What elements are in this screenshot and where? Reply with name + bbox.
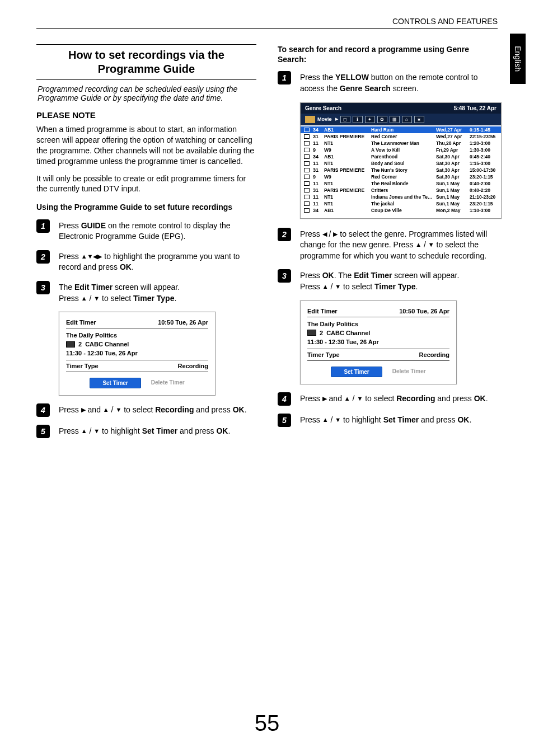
genre-result-row[interactable]: 11NT1The Real BlondeSun,1 May0:40-2:00: [301, 180, 501, 187]
channel-number: 34: [313, 127, 321, 133]
channel-name: NT1: [324, 194, 368, 200]
step-4: 4 Press ▶ and ▲ / ▼ to select Recording …: [36, 403, 256, 417]
step-text: .: [415, 282, 418, 291]
step-3: 3 Press OK. The Edit Timer screen will a…: [278, 269, 498, 292]
genre-category-row[interactable]: Movie ▶ ◻ ℹ ✦ ✿ ▦ ⌂ ★: [301, 114, 501, 125]
step-2: 2 Press ▲▼◀▶ to highlight the programme …: [36, 250, 256, 273]
step-text: Press: [300, 229, 322, 238]
programme-title: Critters: [371, 187, 433, 193]
step-text: and: [86, 405, 103, 414]
channel-name: NT1: [324, 181, 368, 186]
genre-icon: ✦: [365, 116, 375, 123]
panel-datetime: 10:50 Tue, 26 Apr: [399, 308, 449, 314]
genre-result-row[interactable]: 11NT1The Lawnmower ManThu,28 Apr1:20-3:0…: [301, 140, 501, 147]
up-arrow-icon: ▲: [103, 406, 109, 413]
programme-time: 1:20-3:00: [470, 140, 498, 146]
ok-label: OK: [322, 271, 334, 280]
step-text: Press: [59, 252, 81, 261]
step-text: to select: [341, 282, 374, 291]
programme-title: Coup De Ville: [371, 208, 433, 213]
genre-result-row[interactable]: 11NT1Indiana Jones and the Temple of Doo…: [301, 194, 501, 200]
up-arrow-icon: ▲: [415, 241, 421, 248]
down-arrow-icon: ▼: [93, 428, 100, 434]
set-timer-button[interactable]: Set Timer: [90, 378, 140, 388]
step-1: 1 Press GUIDE on the remote control to d…: [36, 219, 256, 242]
genre-result-row[interactable]: 34AB1ParenthoodSat,30 Apr0:45-2:40: [301, 153, 501, 160]
programme-title: A Vow to Kill: [371, 147, 433, 153]
down-arrow-icon: ▼: [87, 253, 93, 260]
step-3: 3 The Edit Timer screen will appear. Pre…: [36, 281, 256, 304]
programme-time: 21:10-23:20: [470, 194, 498, 200]
up-arrow-icon: ▲: [344, 395, 350, 402]
genre-result-row[interactable]: 11NT1Body and SoulSat,30 Apr1:15-3:00: [301, 160, 501, 167]
row-indicator-icon: [304, 188, 310, 192]
channel-logo-icon: [307, 330, 316, 336]
channel-name: AB1: [324, 208, 368, 213]
row-indicator-icon: [304, 154, 310, 159]
set-timer-button[interactable]: Set Timer: [331, 367, 382, 377]
genre-result-list[interactable]: 34AB1Hard RainWed,27 Apr0:15-1:4531PARIS…: [301, 125, 501, 218]
channel-number: 11: [313, 201, 321, 206]
row-indicator-icon: [304, 201, 310, 206]
row-indicator-icon: [304, 134, 310, 139]
step-text: . The: [334, 271, 354, 280]
programme-date: Sun,1 May: [436, 181, 466, 186]
programme-title: The jackal: [371, 201, 433, 206]
panel-datetime: 10:50 Tue, 26 Apr: [158, 319, 208, 326]
programme-date: Mon,2 May: [436, 208, 466, 213]
step-text: and press: [177, 426, 216, 435]
genre-result-row[interactable]: 9W9A Vow to KillFri,29 Apr1:30-3:00: [301, 147, 501, 153]
genre-result-row[interactable]: 11NT1The jackalSun,1 May23:20-1:15: [301, 200, 501, 207]
panel-time: 11:30 - 12:30 Tue, 26 Apr: [66, 350, 208, 356]
genre-result-row[interactable]: 9W9Red CornerSat,30 Apr23:20-1:15: [301, 173, 501, 180]
step-text: screen will appear.: [392, 271, 459, 280]
step-text: .: [469, 415, 471, 424]
genre-result-row[interactable]: 31PARIS PREMIEREThe Nun's StorySat,30 Ap…: [301, 167, 501, 173]
programme-title: Body and Soul: [371, 161, 433, 166]
genre-panel-datetime: 5:48 Tue, 22 Apr: [454, 105, 496, 111]
step-text: and press: [194, 405, 232, 414]
right-arrow-icon: ▶: [322, 395, 327, 402]
row-indicator-icon: [304, 181, 310, 186]
delete-timer-button[interactable]: Delete Timer: [392, 367, 426, 377]
channel-name: PARIS PREMIERE: [324, 167, 368, 173]
up-arrow-icon: ▲: [81, 428, 87, 434]
programme-time: 0:40-2:00: [470, 181, 498, 186]
step-text: .: [245, 405, 247, 414]
genre-icon: ℹ: [353, 116, 363, 123]
delete-timer-button[interactable]: Delete Timer: [151, 378, 185, 388]
programme-date: Sun,1 May: [436, 187, 466, 193]
programme-time: 15:00-17:30: [470, 167, 498, 173]
row-indicator-icon: [304, 208, 310, 213]
panel-title: Edit Timer: [66, 319, 96, 326]
row-indicator-icon: [304, 161, 310, 166]
down-arrow-icon: ▼: [93, 295, 100, 302]
step-text: to select: [100, 294, 133, 303]
programme-time: 1:30-3:00: [470, 147, 498, 153]
step-text: Press: [300, 415, 322, 424]
genre-result-row[interactable]: 31PARIS PREMIERECrittersSun,1 May0:40-2:…: [301, 187, 501, 194]
genre-result-row[interactable]: 34AB1Coup De VilleMon,2 May1:10-3:00: [301, 207, 501, 214]
programme-time: 23:20-1:15: [470, 174, 498, 180]
channel-number: 9: [313, 174, 321, 180]
step-text: to select: [121, 405, 155, 414]
step-number-icon: 1: [278, 71, 291, 84]
step-text: Press: [300, 282, 322, 291]
genre-icon: ▦: [390, 116, 400, 123]
section-heading: How to set recordings via the Programme …: [36, 44, 256, 80]
down-arrow-icon: ▼: [115, 406, 121, 413]
edit-timer-label: Edit Timer: [74, 283, 113, 292]
channel-number: 31: [313, 187, 321, 193]
row-indicator-icon: [304, 175, 310, 179]
step-text: and: [327, 394, 344, 403]
channel-number: 34: [313, 208, 321, 213]
genre-result-row[interactable]: 31PARIS PREMIERERed CornerWed,27 Apr22:1…: [301, 133, 501, 140]
channel-name: W9: [324, 174, 368, 180]
genre-result-row[interactable]: 34AB1Hard RainWed,27 Apr0:15-1:45: [301, 126, 501, 133]
step-number-icon: 5: [36, 425, 50, 438]
recording-label: Recording: [155, 405, 194, 414]
programme-time: 1:10-3:00: [470, 208, 498, 213]
channel-number: 31: [313, 167, 321, 173]
right-arrow-icon: ▶: [81, 406, 86, 413]
channel-number: 9: [313, 147, 321, 153]
